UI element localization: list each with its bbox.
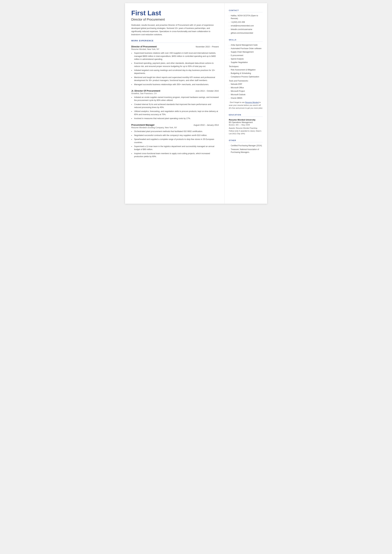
job-position-1: Director of Procurement xyxy=(131,45,157,48)
skill-3: Supply Chain Management xyxy=(229,50,263,53)
skills-section-title: SKILLS xyxy=(229,39,263,42)
resume-page: First Last Director of Procurement Dedic… xyxy=(125,3,267,204)
technique-2: Budgeting & Scheduling xyxy=(229,72,263,75)
bullet-3-5: Inspired cross-functional team members t… xyxy=(131,152,219,158)
job-block-1: Director of Procurement November 2015 – … xyxy=(131,45,219,86)
job-block-2: Jr. Director Of Procurement June 2013 – … xyxy=(131,90,219,120)
contact-location: Halifax, NOVA SCOTIA (Open to Remote) xyxy=(229,14,263,20)
skill-6: Supplier Negotiation xyxy=(229,61,263,64)
bullet-1-4: Mentored and taught ten direct reports a… xyxy=(131,76,219,82)
tool-2: Microsoft Office xyxy=(229,86,263,89)
candidate-name: First Last xyxy=(131,9,219,17)
job-header-3: Procurement Manager August 2010 – Januar… xyxy=(131,124,219,126)
work-experience-section-title: WORK EXPERIENCE xyxy=(131,40,219,43)
technique-3: Compliance Process Optimization xyxy=(229,75,263,78)
job-block-3: Procurement Manager August 2010 – Januar… xyxy=(131,124,219,158)
edu-school: Resume Worded University xyxy=(229,119,263,121)
other-section: OTHER Certified Purchasing Manager (2014… xyxy=(229,140,263,154)
bullet-3-4: Supervised a 12-man team in the logistic… xyxy=(131,145,219,151)
contact-section-title: CONTACT xyxy=(229,9,263,12)
bullet-2-2: Created internal SLAs and achieved stand… xyxy=(131,103,219,109)
bullet-1-1: Supervised business relations with over … xyxy=(131,52,219,61)
education-section: EDUCATION Resume Worded University BS Op… xyxy=(229,114,263,135)
resume-worded-link[interactable]: Resume Worded xyxy=(245,101,259,103)
bullet-3-3: Spearheaded and supplied a complete rang… xyxy=(131,138,219,144)
bullet-2-3: Utilized analytics, forecasting, and neg… xyxy=(131,110,219,116)
tool-1: Netsuite ERP xyxy=(229,83,263,86)
edu-awards: Awards: Resume Worded Teaching Fellow (o… xyxy=(229,127,263,135)
bullet-3-1: Orchestrated plant procurement methods t… xyxy=(131,130,219,133)
edu-location: Boston, MA — May 2009 xyxy=(229,124,263,126)
skill-4: E-procurement xyxy=(229,54,263,57)
technique-1: Risk Assessment & Mitigation xyxy=(229,68,263,71)
job-company-2: Growthsi, San Francisco, CA xyxy=(131,92,219,95)
job-bullets-2: Initiated an onsite supplier-owned inven… xyxy=(131,96,219,120)
contact-list: Halifax, NOVA SCOTIA (Open to Remote) +1… xyxy=(229,14,263,35)
job-dates-3: August 2010 – January 2013 xyxy=(194,124,219,126)
skill-5: Spend Analysis xyxy=(229,57,263,60)
tools-label: Tools and Frameworks: xyxy=(229,80,263,82)
other-item-2: Treasurer, National Association of Purch… xyxy=(229,148,263,154)
contact-linkedin: linkedin.com/in/username xyxy=(229,28,263,31)
education-section-title: EDUCATION xyxy=(229,114,263,117)
summary-text: Dedicated, results-focused, and proactiv… xyxy=(131,23,219,36)
bullet-2-4: Involved in measures that reduced plant … xyxy=(131,117,219,120)
tool-5: Oracle DBMS xyxy=(229,97,263,99)
job-dates-1: November 2015 – Present xyxy=(196,46,219,48)
core-skills-list: Ariba Spend Management Suite Automated P… xyxy=(229,44,263,64)
bullet-1-2: Examined spending, payment plans, and ot… xyxy=(131,62,219,68)
job-position-3: Procurement Manager xyxy=(131,124,155,126)
other-list: Certified Purchasing Manager (2014). Tre… xyxy=(229,144,263,154)
contact-email: email@resumeworded.com xyxy=(229,24,263,27)
job-header-1: Director of Procurement November 2015 – … xyxy=(131,45,219,48)
techniques-list: Risk Assessment & Mitigation Budgeting &… xyxy=(229,68,263,78)
contact-section: CONTACT Halifax, NOVA SCOTIA (Open to Re… xyxy=(229,9,263,35)
job-company-1: Resume Worded, New York, NY xyxy=(131,48,219,50)
job-title: Director of Procurement xyxy=(131,18,219,21)
resume-worded-note: · Don't forget to use Resume Worded to s… xyxy=(229,101,263,109)
contact-phone: +1(432)-222-458 xyxy=(229,21,263,23)
bullet-1-5: Managed successful business relationship… xyxy=(131,83,219,86)
bullet-3-2: Negotiated successful contracts with the… xyxy=(131,134,219,137)
skill-2: Automated Purchase Order software xyxy=(229,47,263,50)
right-column: CONTACT Halifax, NOVA SCOTIA (Open to Re… xyxy=(224,3,267,204)
job-header-2: Jr. Director Of Procurement June 2013 – … xyxy=(131,90,219,92)
edu-degree: BS Operations Management xyxy=(229,121,263,124)
other-item-1: Certified Purchasing Manager (2014). xyxy=(229,144,263,147)
job-bullets-1: Supervised business relations with over … xyxy=(131,52,219,86)
skills-section: SKILLS Ariba Spend Management Suite Auto… xyxy=(229,39,263,109)
job-position-2: Jr. Director Of Procurement xyxy=(131,90,161,92)
techniques-label: Techniques: xyxy=(229,65,263,68)
tools-list: Netsuite ERP Microsoft Office Microsoft … xyxy=(229,83,263,99)
bullet-1-3: Initiated targeted cost-saving meetings … xyxy=(131,69,219,75)
job-company-3: Resume Worded's Exciting Company, New Yo… xyxy=(131,126,219,129)
contact-github: github.com/resumeworded xyxy=(229,32,263,35)
job-dates-2: June 2013 – October 2015 xyxy=(195,90,219,92)
bullet-2-1: Initiated an onsite supplier-owned inven… xyxy=(131,96,219,102)
job-bullets-3: Orchestrated plant procurement methods t… xyxy=(131,130,219,158)
tool-4: Microsoft Outlook xyxy=(229,93,263,96)
left-column: First Last Director of Procurement Dedic… xyxy=(125,3,224,204)
skill-1: Ariba Spend Management Suite xyxy=(229,44,263,46)
other-section-title: OTHER xyxy=(229,140,263,142)
tool-3: Microsoft Project xyxy=(229,90,263,92)
